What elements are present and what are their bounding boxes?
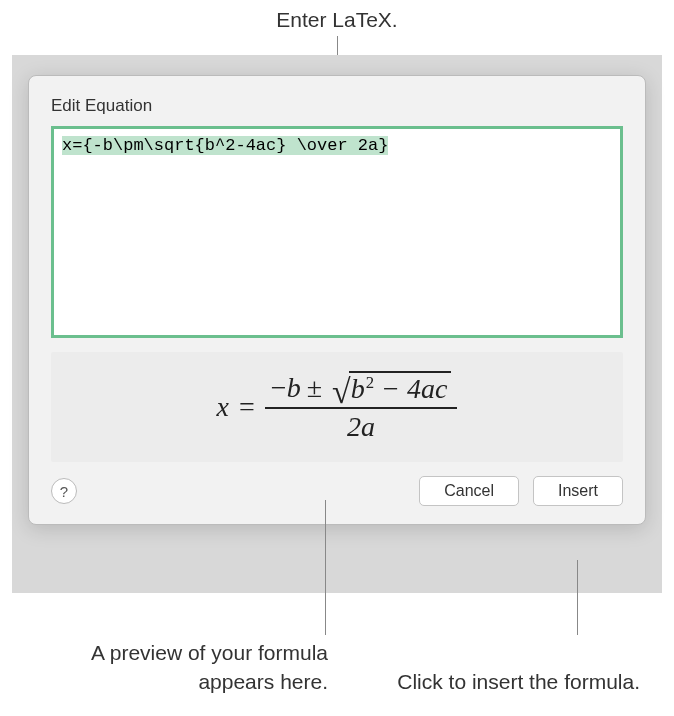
latex-input-text: x={-b\pm\sqrt{b^2-4ac} \over 2a} bbox=[62, 136, 388, 155]
button-row: ? Cancel Insert bbox=[51, 476, 623, 506]
formula-lhs: x bbox=[217, 391, 229, 423]
denominator: 2a bbox=[347, 409, 375, 443]
callout-line-preview bbox=[325, 500, 326, 635]
help-button[interactable]: ? bbox=[51, 478, 77, 504]
numerator: − b ± √ b2 − 4ac bbox=[265, 371, 458, 409]
minus-sign: − bbox=[271, 372, 287, 404]
sqrt-exp: 2 bbox=[366, 373, 374, 392]
insert-button[interactable]: Insert bbox=[533, 476, 623, 506]
dialog-title: Edit Equation bbox=[51, 96, 623, 116]
edit-equation-dialog: Edit Equation x={-b\pm\sqrt{b^2-4ac} \ov… bbox=[28, 75, 646, 525]
sqrt: √ b2 − 4ac bbox=[332, 371, 451, 405]
sqrt-content: b2 − 4ac bbox=[349, 371, 452, 405]
cancel-button[interactable]: Cancel bbox=[419, 476, 519, 506]
callout-insert: Click to insert the formula. bbox=[360, 668, 640, 696]
fraction: − b ± √ b2 − 4ac 2a bbox=[265, 371, 458, 443]
callout-line-insert bbox=[577, 560, 578, 635]
plus-minus-sign: ± bbox=[307, 372, 322, 404]
latex-input[interactable]: x={-b\pm\sqrt{b^2-4ac} \over 2a} bbox=[51, 126, 623, 338]
callout-enter-latex: Enter LaTeX. bbox=[0, 8, 674, 32]
callout-preview: A preview of your formula appears here. bbox=[38, 639, 328, 696]
rendered-formula: x = − b ± √ b2 − 4ac 2a bbox=[217, 371, 458, 443]
sqrt-rest: − 4ac bbox=[374, 373, 447, 404]
formula-preview: x = − b ± √ b2 − 4ac 2a bbox=[51, 352, 623, 462]
sqrt-b: b bbox=[351, 373, 365, 404]
var-b: b bbox=[287, 372, 301, 404]
equals-sign: = bbox=[239, 391, 255, 423]
